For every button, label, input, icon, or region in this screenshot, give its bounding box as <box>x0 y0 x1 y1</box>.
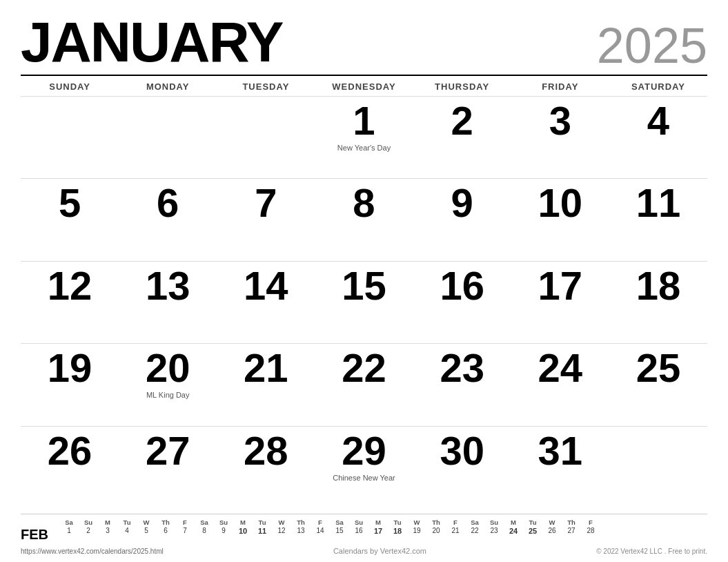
mini-day-header: W <box>542 519 562 526</box>
mini-day-header: M <box>368 519 388 526</box>
calendar-cell: 25 <box>609 343 707 425</box>
day-header-tue: TUESDAY <box>217 79 315 95</box>
mini-grid: SaSuMTuWThFSaSuMTuWThFSaSuMTuWThFSaSuMTu… <box>59 519 600 535</box>
calendar-grid: 1New Year's Day2345678910111213141516171… <box>21 96 707 508</box>
mini-date-cell: 27 <box>562 527 581 535</box>
mini-date-cell: 23 <box>484 527 504 535</box>
mini-date-cell: 3 <box>98 527 117 535</box>
calendar-cell: 15 <box>315 261 413 343</box>
mini-date-cell: 24 <box>504 527 523 535</box>
mini-day-header: Su <box>214 519 233 526</box>
mini-day-header: Sa <box>465 519 484 526</box>
mini-day-header: Sa <box>195 519 214 526</box>
day-number: 10 <box>538 183 583 223</box>
calendar-cell: 3 <box>511 96 609 178</box>
day-header-mon: MONDAY <box>119 79 217 95</box>
mini-day-header: Sa <box>330 519 349 526</box>
mini-date-cell: 25 <box>523 527 542 535</box>
day-number: 13 <box>146 266 190 306</box>
day-number: 6 <box>157 183 179 223</box>
day-number: 3 <box>549 101 571 141</box>
footer: https://www.vertex42.com/calendars/2025.… <box>21 544 707 555</box>
day-number: 14 <box>244 266 288 306</box>
day-number: 26 <box>48 431 92 471</box>
calendar-cell: 14 <box>217 261 315 343</box>
mini-date-cell: 6 <box>156 527 175 535</box>
day-number: 30 <box>440 431 484 471</box>
mini-date-cell: 16 <box>349 527 368 535</box>
mini-day-header: Tu <box>523 519 542 526</box>
day-header-fri: FRIDAY <box>511 79 609 95</box>
day-number: 7 <box>255 183 277 223</box>
mini-day-header: Tu <box>117 519 137 526</box>
holiday-label: ML King Day <box>126 391 210 399</box>
day-number: 25 <box>636 348 681 388</box>
day-header-wed: WEDNESDAY <box>315 79 413 95</box>
mini-date-cell: 22 <box>465 527 484 535</box>
mini-date-cell: 9 <box>214 527 233 535</box>
day-header-thu: THURSDAY <box>413 79 511 95</box>
calendar-cell: 4 <box>609 96 707 178</box>
calendar-cell: 9 <box>413 178 511 260</box>
mini-date-cell: 17 <box>368 527 388 535</box>
mini-day-header: Th <box>156 519 175 526</box>
day-header-sat: SATURDAY <box>609 79 707 95</box>
mini-date-cell: 14 <box>311 527 330 535</box>
day-number: 23 <box>440 348 484 388</box>
footer-copyright: © 2022 Vertex42 LLC . Free to print. <box>596 548 707 555</box>
mini-date-cell: 11 <box>253 527 272 535</box>
day-number: 27 <box>146 431 190 471</box>
mini-day-header: M <box>98 519 117 526</box>
mini-day-header: F <box>581 519 600 526</box>
footer-url: https://www.vertex42.com/calendars/2025.… <box>21 548 164 555</box>
mini-date-cell: 26 <box>542 527 562 535</box>
mini-month-label: FEB <box>21 519 54 543</box>
day-number: 15 <box>342 266 386 306</box>
calendar-cell <box>119 96 217 178</box>
calendar-cell: 1New Year's Day <box>315 96 413 178</box>
day-number: 4 <box>647 101 669 141</box>
calendar-cell: 5 <box>21 178 119 260</box>
mini-date-cell: 21 <box>446 527 465 535</box>
calendar-cell: 24 <box>511 343 609 425</box>
day-number: 29 <box>342 431 386 471</box>
calendar-cell: 29Chinese New Year <box>315 426 413 508</box>
calendar-cell: 19 <box>21 343 119 425</box>
day-number: 16 <box>440 266 484 306</box>
mini-date-row: 1234567891011121314151617181920212223242… <box>59 527 600 535</box>
calendar-cell: 13 <box>119 261 217 343</box>
mini-date-cell: 4 <box>117 527 137 535</box>
mini-day-header: Th <box>426 519 446 526</box>
days-of-week-row: SUNDAY MONDAY TUESDAY WEDNESDAY THURSDAY… <box>21 79 707 95</box>
calendar-cell: 26 <box>21 426 119 508</box>
day-number: 22 <box>342 348 386 388</box>
calendar-cell: 30 <box>413 426 511 508</box>
mini-date-cell: 10 <box>233 527 253 535</box>
day-number: 2 <box>451 101 473 141</box>
mini-day-header: Tu <box>388 519 407 526</box>
day-number: 28 <box>244 431 288 471</box>
month-title: JANUARY <box>21 14 282 70</box>
mini-day-header: W <box>137 519 156 526</box>
holiday-label: New Year's Day <box>322 144 406 152</box>
mini-date-cell: 20 <box>426 527 446 535</box>
day-number: 12 <box>48 266 92 306</box>
day-number: 20 <box>146 348 190 388</box>
mini-date-cell: 2 <box>79 527 98 535</box>
calendar-page: JANUARY 2025 SUNDAY MONDAY TUESDAY WEDNE… <box>0 0 728 562</box>
calendar-cell: 2 <box>413 96 511 178</box>
day-header-sun: SUNDAY <box>21 79 119 95</box>
mini-day-header: Th <box>291 519 311 526</box>
mini-day-header: M <box>504 519 523 526</box>
calendar-cell: 23 <box>413 343 511 425</box>
mini-day-header: Su <box>484 519 504 526</box>
day-number: 21 <box>244 348 288 388</box>
mini-date-cell: 7 <box>175 527 195 535</box>
calendar-cell <box>217 96 315 178</box>
mini-date-cell: 15 <box>330 527 349 535</box>
day-number: 8 <box>353 183 375 223</box>
mini-day-header: W <box>272 519 291 526</box>
mini-date-cell: 5 <box>137 527 156 535</box>
mini-day-header: W <box>407 519 426 526</box>
calendar-cell: 27 <box>119 426 217 508</box>
